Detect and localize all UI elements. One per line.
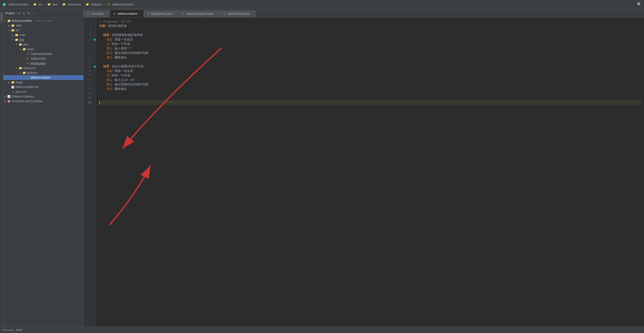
settings-icon[interactable]: ⚙ (27, 11, 30, 15)
idea-toggle[interactable]: ▶ (7, 24, 11, 27)
resources-label: resources (23, 67, 36, 70)
tree-item-pom[interactable]: ▶ m pom.xml (3, 89, 84, 94)
target-toggle[interactable]: ▶ (7, 81, 11, 84)
tree-item-src[interactable]: ▼ 📁 src (3, 28, 84, 33)
project-panel-title: Project (5, 12, 15, 15)
search-icon[interactable]: 🔍 (637, 2, 642, 7)
breadcrumb-app[interactable]: hellocucumber (8, 3, 28, 6)
scratches-toggle[interactable]: ▶ (3, 100, 7, 102)
line11-keyword: 场景： (103, 64, 112, 69)
line-numbers: 1 2 3 4 5 6 7 8 9 10 11 12 13 14 15 16 1… (84, 18, 93, 326)
address-test-tab-close[interactable]: ✕ (251, 13, 252, 15)
tree-item-iml[interactable]: ▶ ⬜ hellocucumber.iml (3, 85, 84, 89)
ln-1: 1 (84, 20, 93, 24)
build-tab-close[interactable]: ✕ (24, 329, 26, 331)
locate-icon[interactable]: ⊕ (18, 11, 20, 15)
tab-address-stepdefs[interactable]: C AddressStepdefs.java ✕ (178, 10, 220, 17)
project-strip-label[interactable]: 1: Project (0, 12, 3, 22)
breadcrumb-src-icon: 📁 (33, 3, 36, 6)
code-line-7: 那么 输入层级"1" (99, 46, 641, 51)
tree-item-target[interactable]: ▶ 📁 target (3, 80, 84, 85)
line9-text: 删除地址 (113, 55, 127, 60)
gutter-3 (93, 28, 96, 33)
breakpoint-5[interactable] (94, 39, 96, 41)
breadcrumb-features[interactable]: features (91, 3, 102, 6)
steps-folder-icon: 📁 (22, 47, 26, 51)
tree-item-features[interactable]: ▼ 📁 features (3, 71, 84, 75)
ln-4: 4 (84, 33, 93, 37)
breakpoint-11[interactable] (94, 66, 96, 68)
line1-content: # language: zh-CN (99, 20, 131, 24)
breadcrumb-src[interactable]: src (38, 3, 42, 6)
tree-root[interactable]: ▼ 📁 hellocucumber ~/hellocucumber (3, 19, 84, 23)
tree-item-address-stepdefs[interactable]: ▶ C AddressStepdefs (3, 52, 84, 56)
java-toggle[interactable]: ▼ (15, 43, 18, 46)
ln-19: 19 (84, 100, 93, 105)
breadcrumb-feature-icon: 🥒 (107, 3, 110, 6)
tree-item-mystepdefs[interactable]: ▶ C MyStepdefs (3, 61, 84, 66)
root-toggle[interactable]: ▼ (3, 20, 7, 22)
breadcrumb-feature[interactable]: address.feature (112, 3, 134, 6)
address-test-tab-label: AddressTest.java (228, 12, 249, 15)
breadcrumb-sep1: › (30, 3, 32, 6)
build-tab[interactable]: Build ✕ (14, 328, 27, 331)
minimize-icon[interactable]: — (32, 11, 36, 15)
messages-label: Messages: (2, 328, 14, 331)
project-dropdown[interactable]: Project ▼ (5, 12, 18, 15)
tree-item-java[interactable]: ▼ 📁 java (3, 42, 84, 47)
features-toggle[interactable]: ▼ (18, 72, 22, 74)
code-line-14: 那么 输入父id 100 (99, 78, 641, 82)
code-line-9: 那么 删除地址 (99, 55, 641, 60)
tree-item-main[interactable]: ▶ 📁 main (3, 33, 84, 37)
breadcrumb-test-icon: 📁 (48, 3, 51, 6)
gutter-5[interactable] (93, 37, 96, 42)
code-editor[interactable]: 1 2 3 4 5 6 7 8 9 10 11 12 13 14 15 16 1… (84, 18, 644, 326)
code-content[interactable]: # language: zh-CN 功能：查询区域列表 场景：按层级获取地区表列… (96, 18, 644, 326)
address-stepdefs-tab-close[interactable]: ✕ (215, 13, 217, 15)
gutter-11[interactable] (93, 64, 96, 69)
ln-12: 12 (84, 69, 93, 73)
tree-item-test[interactable]: ▼ 📁 test (3, 37, 84, 42)
tree-item-address-feature[interactable]: ▶ 🥒 address.feature (3, 75, 84, 80)
mystepdefs-tab-close[interactable]: ✕ (174, 13, 176, 15)
feature-tab-close[interactable]: ✕ (139, 12, 140, 15)
tab-mystepdefs[interactable]: C MyStepdefs.java ✕ (144, 10, 178, 17)
tree-item-address-test[interactable]: ▶ C AddressTest (3, 56, 84, 61)
gutter-7 (93, 46, 96, 51)
line9-keyword: 那么 (106, 55, 113, 60)
code-line-1: # language: zh-CN (99, 20, 641, 24)
src-toggle[interactable]: ▼ (7, 29, 11, 32)
main-label: main (19, 33, 26, 37)
svg-text:C: C (3, 3, 5, 6)
tree-item-external[interactable]: ▶ 📊 External Libraries (3, 94, 84, 99)
sort-icon[interactable]: ⇅ (22, 11, 25, 15)
gutter-16 (93, 87, 96, 91)
cucumber-tab-close[interactable]: ✕ (105, 13, 107, 15)
test-toggle[interactable]: ▼ (11, 39, 15, 41)
code-line-11: 场景：按父id获取所有子区域 (99, 64, 641, 69)
target-label: target (16, 81, 23, 84)
main-toggle[interactable]: ▶ (11, 34, 15, 36)
tree-item-steps[interactable]: ▼ 📁 steps (3, 47, 84, 52)
tab-address-test[interactable]: C AddressTest.java ✕ (220, 10, 256, 17)
ln-5: 5 (84, 37, 93, 42)
tree-item-scratches[interactable]: ▶ 🎯 Scratches and Consoles (3, 99, 84, 104)
breadcrumb-resources-icon: 📁 (62, 3, 66, 6)
gutter-6 (93, 42, 96, 46)
code-line-18 (99, 96, 641, 100)
resources-toggle[interactable]: ▼ (15, 67, 18, 69)
tab-address-feature[interactable]: 🥒 address.feature ✕ (110, 10, 144, 17)
breadcrumb-resources[interactable]: resources (68, 3, 81, 6)
gutter-4 (93, 33, 96, 37)
ln-17: 17 (84, 91, 93, 96)
tree-item-resources[interactable]: ▼ 📁 resources (3, 66, 84, 71)
code-line-8: 那么 输出层级对应的地区列表 (99, 51, 641, 55)
line6-text: 添加一个区域 (110, 42, 130, 46)
ln-15: 15 (84, 82, 93, 87)
build-tab-label: Build (16, 328, 22, 331)
tab-cucumber[interactable]: 🥒 cucumber ✕ (84, 10, 110, 17)
steps-toggle[interactable]: ▼ (18, 48, 22, 50)
tree-item-idea[interactable]: ▶ 📁 .idea (3, 23, 84, 28)
external-toggle[interactable]: ▶ (3, 95, 7, 98)
breadcrumb-test[interactable]: test (53, 3, 58, 6)
